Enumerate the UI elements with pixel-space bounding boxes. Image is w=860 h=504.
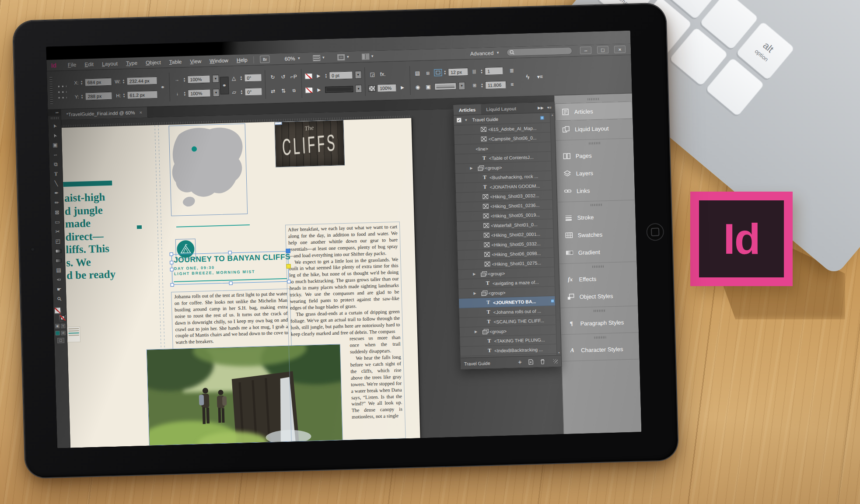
fit-content-button[interactable]: ▣ [424,82,433,91]
pull-quote-text[interactable]: aist-highd junglemadedirect—liffs. Thiss… [64,190,133,282]
selection-handle[interactable] [228,251,231,254]
rotate-ccw-button[interactable]: ↺ [279,72,288,81]
gradient-feather-tool[interactable] [53,256,64,266]
chevron-down-icon[interactable]: ▼ [355,84,362,92]
rectangle-tool[interactable]: ▭ [52,217,63,227]
opacity-flyout-arrow[interactable]: ▶ [398,83,407,92]
tools-panel-grip[interactable] [50,117,58,119]
page-spread[interactable]: aist-highd junglemadedirect—liffs. Thiss… [62,118,420,448]
in-port-handle[interactable] [170,261,173,264]
headline-text-frame[interactable]: JOURNEY TO BANYAN CLIFFS DAY ONE, 09:30 … [171,251,289,285]
dock-item-paragraph-styles[interactable]: ¶Paragraph Styles [561,313,639,332]
stroke-weight-field[interactable]: 0 pt [329,71,353,80]
align-bottom-icon[interactable]: ≡ [508,80,517,89]
line-tool[interactable]: ╲ [51,178,62,189]
y-position-field[interactable]: 288 px [85,91,112,100]
fill-color-swatch-none[interactable] [305,87,313,93]
selection-handle[interactable] [170,252,173,256]
live-corner-handle[interactable] [286,264,290,269]
dock-item-links[interactable]: Links [557,181,635,200]
text-wrap-bounding-button[interactable]: ⧈ [423,68,433,77]
map-graphic-frame[interactable] [169,123,248,216]
stroke-swatch[interactable] [59,315,66,321]
gradient-swatch-tool[interactable] [53,246,64,256]
x-position-field[interactable]: 684 px [84,77,112,86]
select-content-icon[interactable]: ⧉ [290,86,299,95]
content-collector-tool[interactable]: ⧉ [50,159,61,169]
dock-item-pages[interactable]: Pages [556,146,634,165]
pencil-tool[interactable]: ✏ [52,198,63,208]
expand-arrow-icon[interactable]: ▶ [470,166,475,170]
arrange-documents-dropdown[interactable]: ▼ [362,53,374,60]
selection-handle-active[interactable] [286,249,290,253]
panel-collapse-chevrons[interactable]: ▶▶ [538,105,544,110]
note-tool[interactable]: ▤ [53,265,64,275]
cliffs-chalk-image[interactable]: ∞ The CLIFFS [274,120,345,167]
flip-vertical-button[interactable]: ⇅ [279,86,288,95]
body-text-frame-right[interactable]: After breakfast, we each lay out what we… [285,222,406,442]
dock-item-liquid-layout[interactable]: Liquid Layout [556,119,633,139]
search-box[interactable] [507,47,572,56]
workspace-switcher[interactable]: Advanced▼ [470,50,500,57]
reference-point-proxy[interactable] [56,81,67,98]
tab-close-icon[interactable]: × [139,110,142,115]
menu-view[interactable]: View [190,58,201,65]
article-anchor-badge[interactable] [551,299,554,302]
view-options-dropdown[interactable]: ▼ [313,55,325,61]
dock-item-object-styles[interactable]: Object Styles [560,286,638,306]
maximize-button[interactable]: □ [597,46,608,54]
shear-field[interactable]: 0° [245,88,262,96]
menu-file[interactable]: File [68,62,77,68]
select-container-icon[interactable]: ⌐P [289,72,298,81]
body-text-frame-left[interactable]: Johanna rolls out of the tent at first l… [171,289,292,350]
chevron-down-icon[interactable]: ▼ [212,74,219,82]
chevron-down-icon[interactable]: ▼ [458,82,465,90]
expand-arrow-icon[interactable]: ▶ [475,330,480,334]
quick-apply-icon[interactable]: ϟ [523,72,532,81]
menu-help[interactable]: Help [237,57,248,63]
formatting-affects-container-button[interactable]: ▣ [55,324,59,328]
dock-item-articles[interactable]: Articles [555,102,633,121]
formatting-affects-text-button[interactable]: T [61,324,65,328]
chevron-down-icon[interactable]: ▼ [355,70,361,78]
panel-menu-icon[interactable]: ▾≡ [547,105,552,109]
type-tool[interactable]: T [51,169,62,179]
menu-table[interactable]: Table [169,59,182,65]
rectangle-frame-tool[interactable]: ⊠ [52,207,63,217]
object-effects-icon[interactable]: ◉ [413,82,423,91]
constrain-scale-link-icon[interactable]: ⚭ [220,77,229,94]
tab-liquid-layout[interactable]: Liquid Layout [481,103,521,115]
dock-group-grip[interactable] [593,309,605,312]
rotation-field[interactable]: 0° [244,74,262,82]
dock-group-grip[interactable] [588,142,601,145]
text-wrap-none-button[interactable]: ▤ [413,68,422,77]
dock-group-grip[interactable] [592,266,604,268]
zoom-tool[interactable]: ⚲ [54,294,65,304]
screen-mode-button[interactable]: ▢ [57,338,64,343]
eyedropper-tool[interactable]: ✑ [53,275,64,285]
dock-item-stroke[interactable]: Stroke [558,207,636,227]
selection-handle[interactable] [170,268,174,271]
corner-options-icon[interactable]: ◲ [368,70,377,79]
chevron-down-icon[interactable]: ▼ [213,88,219,96]
gap-tool[interactable]: ⇔ [50,150,61,160]
article-checkbox[interactable]: ✓ [456,117,461,122]
fill-stroke-widget[interactable] [54,307,66,322]
corner-radius-field[interactable]: 12 px [448,68,468,76]
dock-group-grip[interactable] [590,204,602,206]
selection-tool[interactable]: ➤ [49,121,60,131]
article-anchor-badge[interactable] [540,116,544,119]
apply-none-button[interactable]: ⊘ [61,331,66,335]
expand-arrow-icon[interactable]: ▶ [473,291,479,295]
dock-group-grip[interactable] [594,336,606,339]
scale-y-field[interactable]: 100% [188,89,210,97]
article-item-row[interactable]: T<IndexBBacktracking ... [460,344,557,357]
add-article-button[interactable]: + [518,358,522,366]
rotate-cw-button[interactable]: ↻ [268,73,277,82]
menu-object[interactable]: Object [146,59,161,66]
scissors-tool[interactable]: ✂ [52,227,63,237]
align-top-icon[interactable]: ≣ [507,66,517,75]
dock-item-character-styles[interactable]: ACharacter Styles [562,340,640,359]
dock-item-swatches[interactable]: Swatches [558,224,636,244]
width-field[interactable]: 232.44 px [126,76,157,85]
